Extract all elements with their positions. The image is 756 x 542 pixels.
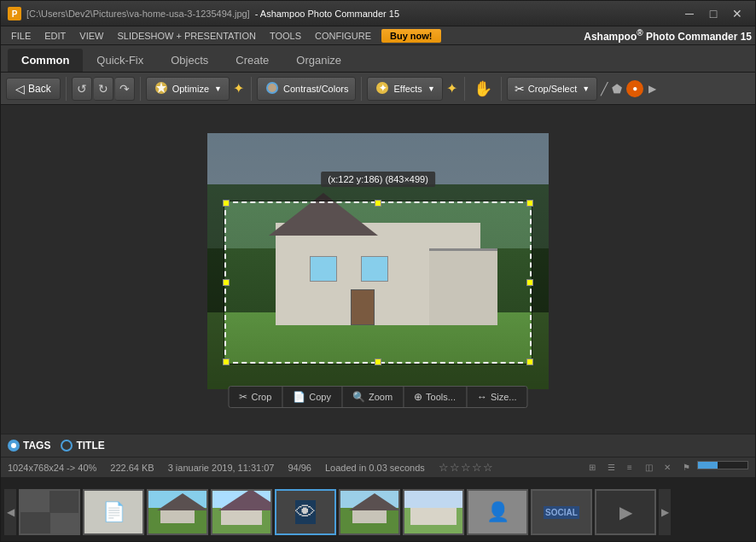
menu-slideshow[interactable]: SLIDESHOW + PRESENTATION — [110, 26, 262, 44]
title-checkbox[interactable] — [61, 440, 73, 452]
status-flag-icon[interactable]: ⚑ — [678, 461, 694, 475]
app-icon: P — [8, 7, 21, 20]
hand-icon: ✋ — [474, 79, 492, 98]
size-button[interactable]: ↔ Size... — [467, 387, 527, 407]
crop-handle-bottomleft[interactable] — [223, 358, 230, 365]
status-detail-icon[interactable]: ≡ — [622, 461, 637, 475]
tab-bar: Common Quick-Fix Objects Create Organize — [1, 45, 755, 73]
contrast-colors-button[interactable]: Contrast/Colors — [257, 77, 356, 101]
titlebar: P [C:\Users\Dev2\Pictures\va-home-usa-3-… — [1, 1, 755, 26]
toolbar-separator-1 — [66, 77, 67, 101]
menu-configure[interactable]: CONFIGURE — [308, 26, 378, 44]
buy-now-button[interactable]: Buy now! — [381, 29, 441, 43]
filmstrip-thumb-1[interactable] — [19, 489, 80, 535]
menu-view[interactable]: VIEW — [73, 26, 110, 44]
filmstrip-thumb-10[interactable]: ▶ — [595, 489, 656, 535]
toolbar-separator-3 — [251, 77, 252, 101]
filmstrip-thumb-3[interactable] — [147, 489, 208, 535]
contrast-label: Contrast/Colors — [283, 84, 348, 94]
crop-selection[interactable] — [224, 201, 532, 364]
filmstrip-thumb-4[interactable] — [211, 489, 272, 535]
crop-handle-topmid[interactable] — [375, 200, 381, 207]
optimize-arrow-icon: ▼ — [214, 85, 222, 93]
crop-select-label: Crop/Select — [528, 84, 577, 94]
window-title-path: [C:\Users\Dev2\Pictures\va-home-usa-3-12… — [26, 9, 250, 19]
filmstrip-thumb-9[interactable]: SOCIAL — [531, 489, 592, 535]
redo-button[interactable]: ↻ — [94, 77, 113, 101]
tab-organize[interactable]: Organize — [282, 49, 355, 72]
back-button[interactable]: ◁ Back — [6, 78, 61, 100]
date-time: 3 ianuarie 2019, 11:31:07 — [168, 463, 275, 473]
crop-handle-topright[interactable] — [526, 200, 533, 207]
tag-title-bar: TAGS TITLE — [1, 434, 755, 457]
optimize-extra-icon: ✦ — [233, 80, 244, 96]
crop-button[interactable]: ✂ Crop — [229, 387, 282, 407]
image-index: 94/96 — [288, 463, 311, 473]
menu-edit[interactable]: EDIT — [38, 26, 73, 44]
filmstrip-scroll-right[interactable]: ▶ — [659, 489, 671, 535]
star-5[interactable]: ☆ — [483, 461, 493, 474]
minimize-button[interactable]: ─ — [678, 5, 701, 22]
effects-button[interactable]: ✦ Effects ▼ — [367, 77, 442, 101]
optimize-label: Optimize — [172, 84, 209, 94]
orange-circle-icon: ● — [626, 80, 643, 97]
star-4[interactable]: ☆ — [472, 461, 482, 474]
zoom-progress-fill — [698, 462, 718, 469]
star-1[interactable]: ☆ — [439, 461, 449, 474]
filmstrip-scroll-left[interactable]: ◀ — [4, 489, 16, 535]
star-2[interactable]: ☆ — [450, 461, 460, 474]
copy-btn-label: Copy — [309, 392, 331, 402]
toolbar-separator-2 — [140, 77, 141, 101]
crop-handle-bottomright[interactable] — [526, 358, 533, 365]
copy-icon: 📄 — [293, 391, 305, 403]
optimize-icon — [154, 80, 169, 97]
status-grid-icon[interactable]: ⊞ — [584, 461, 600, 475]
app-title-right: Ashampoo® Photo Commander 15 — [584, 28, 752, 43]
copy-button[interactable]: 📄 Copy — [282, 387, 342, 407]
status-list-icon[interactable]: ☰ — [603, 461, 619, 475]
star-3[interactable]: ☆ — [461, 461, 471, 474]
crop-scissors-icon: ✂ — [239, 391, 247, 403]
tab-common[interactable]: Common — [8, 49, 83, 72]
maximize-button[interactable]: □ — [702, 5, 724, 22]
crop-handle-midleft[interactable] — [223, 279, 230, 286]
zoom-button[interactable]: 🔍 Zoom — [342, 387, 404, 407]
filmstrip-thumb-6[interactable] — [339, 489, 400, 535]
tags-toggle[interactable]: TAGS — [8, 440, 50, 452]
tab-quickfix[interactable]: Quick-Fix — [83, 49, 157, 72]
menubar: FILE EDIT VIEW SLIDESHOW + PRESENTATION … — [1, 26, 755, 45]
tab-create[interactable]: Create — [222, 49, 282, 72]
status-compare-icon[interactable]: ◫ — [641, 461, 656, 475]
tools-button[interactable]: ⊕ Tools... — [404, 387, 467, 407]
main-canvas-area: (x:122 y:186) (843×499) ✂ Crop 📄 Copy 🔍 … — [1, 105, 755, 434]
filmstrip-thumb-2[interactable]: 📄 — [83, 489, 144, 535]
toolbar-separator-6 — [501, 77, 502, 101]
svg-point-4 — [268, 84, 276, 92]
crop-handle-midright[interactable] — [526, 279, 533, 286]
filmstrip-thumb-8[interactable]: 👤 — [467, 489, 528, 535]
star-rating[interactable]: ☆ ☆ ☆ ☆ ☆ — [439, 461, 493, 474]
crop-handle-bottommid[interactable] — [375, 358, 381, 365]
menu-file[interactable]: FILE — [4, 26, 38, 44]
optimize-button[interactable]: Optimize ▼ — [146, 77, 230, 101]
zoom-progress — [697, 461, 748, 469]
status-delete-icon[interactable]: ✕ — [660, 461, 675, 475]
tags-checkbox[interactable] — [8, 440, 20, 452]
tab-objects[interactable]: Objects — [157, 49, 222, 72]
effects-label: Effects — [393, 84, 422, 94]
toolbar: ◁ Back ↺ ↻ ↷ Optimize ▼ ✦ Contrast/Color… — [1, 73, 755, 105]
crop-coordinates: (x:122 y:186) (843×499) — [328, 174, 428, 184]
crop-select-button[interactable]: ✂ Crop/Select ▼ — [507, 77, 597, 101]
title-toggle[interactable]: TITLE — [61, 440, 104, 452]
titlebar-controls: ─ □ ✕ — [678, 5, 748, 22]
filmstrip: ◀ 📄 — [1, 478, 755, 542]
redo2-button[interactable]: ↷ — [115, 77, 135, 101]
filmstrip-thumb-7[interactable] — [403, 489, 464, 535]
close-button[interactable]: ✕ — [726, 5, 748, 22]
undo-button[interactable]: ↺ — [72, 77, 92, 101]
menu-tools[interactable]: TOOLS — [263, 26, 308, 44]
effects-icon: ✦ — [375, 80, 390, 97]
crop-handle-topleft[interactable] — [223, 200, 230, 207]
size-icon: ↔ — [477, 391, 487, 403]
filmstrip-thumb-5[interactable]: 👁 — [275, 489, 336, 535]
